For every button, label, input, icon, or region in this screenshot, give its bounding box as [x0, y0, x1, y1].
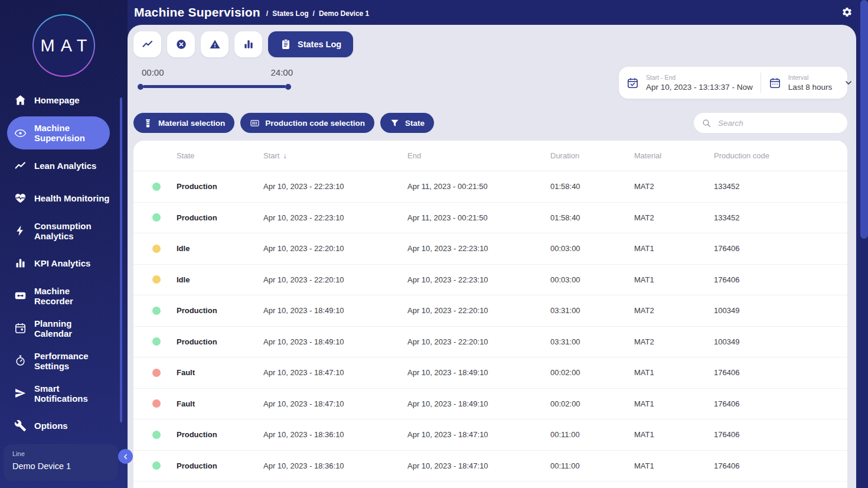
column-header-duration[interactable]: Duration — [550, 151, 634, 160]
cell-material: MAT1 — [634, 430, 714, 439]
breadcrumb-item-device[interactable]: Demo Device 1 — [319, 9, 369, 18]
cell-state: Fault — [177, 368, 263, 377]
sidebar-item-kpi-analytics[interactable]: KPI Analytics — [0, 247, 128, 279]
sidebar-item-label: Health Monitoring — [34, 193, 110, 203]
table-row[interactable]: FaultApr 10, 2023 - 18:47:10Apr 10, 2023… — [133, 389, 847, 420]
tab-states-log[interactable]: States Log — [268, 31, 353, 57]
sidebar-item-machine-recorder[interactable]: Machine Recorder — [0, 279, 128, 312]
wrench-icon — [14, 419, 27, 432]
tab-bar-chart[interactable] — [234, 31, 262, 57]
cell-end: Apr 10, 2023 - 18:49:10 — [407, 399, 550, 408]
sidebar-item-smart-notifications[interactable]: Smart Notifications — [0, 377, 128, 409]
sidebar-item-consumption-analytics[interactable]: Consumption Analytics — [0, 214, 128, 247]
sidebar-item-machine-supervision[interactable]: Machine Supervision — [7, 116, 110, 149]
state-dot-cell — [133, 213, 177, 222]
cell-end: Apr 11, 2023 - 00:21:50 — [407, 182, 550, 191]
start-end-picker[interactable]: Start - End Apr 10, 2023 - 13:13:37 - No… — [619, 67, 761, 99]
sidebar-item-planning-calendar[interactable]: Planning Calendar — [0, 312, 128, 344]
table-row[interactable]: ProductionApr 10, 2023 - 18:36:10Apr 10,… — [133, 419, 847, 451]
sidebar-item-health-monitoring[interactable]: Health Monitoring — [0, 182, 128, 214]
filter-button-state[interactable]: State — [380, 113, 434, 133]
column-header-end[interactable]: End — [407, 151, 550, 160]
cell-duration: 00:11:00 — [550, 430, 634, 439]
sidebar-item-label: Performance Settings — [34, 351, 110, 371]
start-end-value: Apr 10, 2023 - 13:13:37 - Now — [646, 83, 753, 92]
filters-row: Material selectionProduction code select… — [133, 113, 847, 133]
tab-trend[interactable] — [133, 31, 161, 57]
table-row[interactable]: IdleApr 10, 2023 - 22:20:10Apr 10, 2023 … — [133, 233, 847, 265]
sidebar-nav: HomepageMachine SupervisionLean Analytic… — [0, 84, 128, 442]
state-dot — [152, 369, 161, 377]
cell-state: Production — [177, 213, 263, 222]
cell-state: Production — [177, 306, 263, 315]
filter-button-production-code-selection[interactable]: Production code selection — [240, 113, 374, 133]
cell-material: MAT1 — [634, 275, 714, 284]
sidebar-item-performance-settings[interactable]: Performance Settings — [0, 344, 128, 377]
column-header-start[interactable]: Start↓ — [263, 151, 407, 160]
sidebar-item-label: Planning Calendar — [34, 318, 110, 339]
table-row[interactable]: FaultApr 10, 2023 - 18:47:10Apr 10, 2023… — [133, 357, 847, 389]
chevron-left-icon — [122, 453, 130, 461]
scrollbar-thumb[interactable] — [860, 0, 868, 239]
slider-track[interactable] — [143, 85, 286, 88]
time-range-slider: 00:00 24:00 — [142, 67, 296, 88]
cell-end: Apr 10, 2023 - 22:23:10 — [407, 275, 550, 284]
sidebar: MAT HomepageMachine SupervisionLean Anal… — [0, 0, 128, 488]
cell-end: Apr 10, 2023 - 18:47:10 — [407, 461, 550, 470]
interval-picker[interactable]: Interval Last 8 hours — [761, 67, 861, 99]
state-dot — [152, 275, 161, 284]
cell-duration: 00:03:00 — [550, 275, 634, 284]
sidebar-item-label: Machine Recorder — [34, 286, 110, 306]
state-dot — [152, 337, 161, 346]
sidebar-item-options[interactable]: Options — [0, 409, 128, 442]
sidebar-item-lean-analytics[interactable]: Lean Analytics — [0, 149, 128, 182]
state-dot — [152, 461, 161, 470]
breadcrumb-item-states-log[interactable]: States Log — [272, 9, 308, 18]
search-input[interactable] — [717, 118, 840, 128]
device-selector[interactable]: Line Demo Device 1 — [4, 444, 118, 481]
trend-icon — [14, 160, 27, 172]
table-row[interactable]: ProductionApr 10, 2023 - 18:49:10Apr 10,… — [133, 295, 847, 327]
table-row[interactable]: IdleApr 10, 2023 - 22:20:10Apr 10, 2023 … — [133, 265, 847, 296]
column-header-state[interactable]: State — [177, 151, 263, 160]
cell-start: Apr 10, 2023 - 22:23:10 — [263, 213, 407, 222]
sidebar-item-label: Smart Notifications — [34, 383, 110, 404]
table-row[interactable]: ProductionApr 10, 2023 - 22:23:10Apr 11,… — [133, 171, 847, 203]
interval-text: Interval Last 8 hours — [788, 74, 832, 92]
filter-buttons: Material selectionProduction code select… — [133, 113, 434, 133]
content-panel: States Log 00:00 24:00 — [128, 25, 856, 488]
tab-warning[interactable] — [201, 31, 229, 57]
tab-x-circle[interactable] — [167, 31, 195, 57]
sidebar-item-label: Consumption Analytics — [34, 221, 110, 241]
slider-start-label: 00:00 — [142, 67, 164, 77]
cell-end: Apr 10, 2023 - 22:20:10 — [407, 337, 550, 346]
search-icon — [701, 118, 712, 128]
state-dot — [152, 431, 161, 439]
column-header-production-code[interactable]: Production code — [714, 151, 847, 160]
table-row[interactable]: ProductionApr 10, 2023 - 18:49:10Apr 10,… — [133, 327, 847, 358]
settings-button[interactable] — [841, 6, 853, 18]
column-header-material[interactable]: Material — [634, 151, 714, 160]
sidebar-collapse-button[interactable] — [118, 449, 133, 464]
cell-end: Apr 10, 2023 - 22:23:10 — [407, 244, 550, 253]
cell-duration: 00:02:00 — [550, 368, 634, 377]
start-end-text: Start - End Apr 10, 2023 - 13:13:37 - No… — [646, 74, 753, 92]
table-row[interactable]: ProductionApr 10, 2023 - 22:23:10Apr 11,… — [133, 203, 847, 234]
device-name: Demo Device 1 — [12, 461, 109, 471]
sidebar-scrollbar[interactable] — [120, 97, 122, 422]
slider-labels: 00:00 24:00 — [142, 67, 293, 77]
clipboard-icon — [280, 38, 292, 50]
interval-value: Last 8 hours — [788, 83, 832, 92]
filter-button-material-selection[interactable]: Material selection — [133, 113, 234, 133]
cell-material: MAT1 — [634, 368, 714, 377]
cell-state: Fault — [177, 399, 263, 408]
slider-handle-start[interactable] — [138, 84, 143, 90]
breadcrumb-separator: / — [266, 9, 268, 18]
cell-start: Apr 10, 2023 - 18:47:10 — [263, 368, 407, 377]
cell-production-code: 133452 — [714, 182, 847, 191]
slider-handle-end[interactable] — [285, 84, 291, 90]
table-row[interactable]: ProductionApr 10, 2023 - 18:36:10Apr 10,… — [133, 451, 847, 482]
sidebar-item-homepage[interactable]: Homepage — [0, 84, 128, 116]
cell-material: MAT2 — [634, 182, 714, 191]
page-title: Machine Supervision — [134, 5, 260, 19]
